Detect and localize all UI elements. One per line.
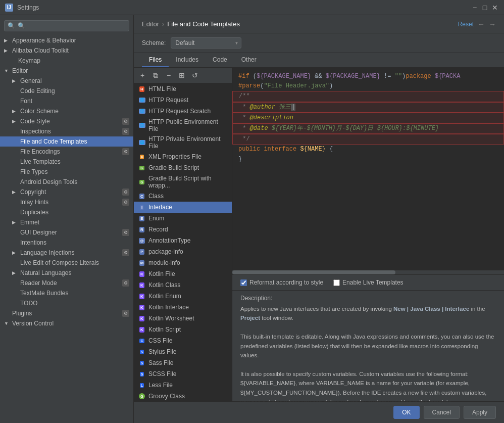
sidebar-item-natural-languages[interactable]: ▶ Natural Languages [0, 268, 133, 278]
sidebar-item-copyright[interactable]: ▶ Copyright ⚙ [0, 187, 133, 197]
minimize-button[interactable]: − [471, 4, 479, 12]
ok-button[interactable]: OK [393, 406, 419, 419]
sidebar-item-label: File Encodings [20, 148, 60, 155]
scheme-select[interactable]: Default Project [171, 37, 241, 49]
template-item-less[interactable]: L Less File [134, 380, 232, 391]
nav-back-button[interactable]: ← [478, 20, 485, 28]
live-templates-checkbox[interactable] [333, 279, 340, 286]
sidebar-item-plugins[interactable]: Plugins ⚙ [0, 308, 133, 318]
template-item-stylus[interactable]: S Stylus File [134, 346, 232, 357]
nav-forward-button[interactable]: → [489, 20, 496, 28]
maximize-button[interactable]: □ [481, 4, 489, 12]
sidebar-item-language-injections[interactable]: ▶ Language Injections ⚙ [0, 248, 133, 258]
sidebar-item-file-encodings[interactable]: File Encodings ⚙ [0, 147, 133, 157]
reset-button[interactable]: Reset [458, 21, 474, 28]
sidebar-item-label: Color Scheme [20, 108, 59, 115]
template-item-enum[interactable]: E Enum [134, 213, 232, 224]
sidebar-item-editor[interactable]: ▼ Editor [0, 66, 133, 76]
sidebar-item-inspections[interactable]: Inspections ⚙ [0, 126, 133, 136]
template-item-sass[interactable]: S Sass File [134, 357, 232, 368]
template-item-kotlin-enum[interactable]: K Kotlin Enum [134, 291, 232, 302]
template-item-gradle[interactable]: G Gradle Build Script [134, 162, 232, 173]
template-item-http-private[interactable]: 🌐 HTTP Private Environment File [134, 134, 232, 151]
template-item-gradle-wrapper[interactable]: G Gradle Build Script with wrapp... [134, 173, 232, 191]
sidebar-item-label: Intentions [20, 239, 46, 246]
sidebar-item-code-editing[interactable]: Code Editing [0, 86, 133, 96]
sidebar-item-general[interactable]: ▶ General [0, 76, 133, 86]
template-item-annotation[interactable]: @ AnnotationType [134, 235, 232, 246]
sidebar-item-file-templates[interactable]: File and Code Templates [0, 136, 133, 147]
bottom-bar: OK Cancel Apply [134, 401, 504, 423]
tab-files[interactable]: Files [142, 53, 169, 67]
sidebar-item-duplicates[interactable]: Duplicates [0, 207, 133, 217]
template-item-kotlin-worksheet[interactable]: K Kotlin Worksheet [134, 313, 232, 324]
tab-includes[interactable]: Includes [169, 53, 206, 67]
sidebar-item-keymap[interactable]: Keymap [0, 56, 133, 66]
scrollbar-thumb[interactable] [232, 270, 395, 274]
http-public-icon: 🌐 [138, 121, 146, 129]
sidebar-item-inlay-hints[interactable]: Inlay Hints ⚙ [0, 197, 133, 207]
reset-template-button[interactable]: ↺ [189, 70, 200, 81]
tab-code[interactable]: Code [206, 53, 234, 67]
template-item-xml-props[interactable]: X XML Properties File [134, 151, 232, 162]
sidebar-item-android-design[interactable]: Android Design Tools [0, 177, 133, 187]
sidebar-item-emmet[interactable]: ▶ Emmet [0, 217, 133, 227]
arrow-icon: ▶ [12, 220, 17, 225]
template-item-groovy-class[interactable]: G Groovy Class [134, 391, 232, 401]
template-item-html[interactable]: H HTML File [134, 83, 232, 95]
template-item-http-scratch[interactable]: 🌐 HTTP Request Scratch [134, 106, 232, 117]
sidebar-item-live-templates[interactable]: Live Templates [0, 157, 133, 167]
sidebar-item-todo[interactable]: TODO [0, 298, 133, 308]
sidebar-item-alibaba[interactable]: ▶ Alibaba Cloud Toolkit [0, 45, 133, 56]
template-item-http-request[interactable]: 🌐 HTTP Request [134, 95, 232, 106]
apply-button[interactable]: Apply [464, 406, 496, 419]
sidebar-item-code-style[interactable]: ▶ Code Style ⚙ [0, 116, 133, 126]
description-text: Applies to new Java interfaces that are … [240, 304, 496, 401]
template-item-http-public[interactable]: 🌐 HTTP Public Environment File [134, 117, 232, 134]
template-toolbar: + ⧉ − ⊞ ↺ [134, 68, 232, 83]
live-templates-checkbox-label[interactable]: Enable Live Templates [333, 279, 404, 286]
copy-template-button[interactable]: ⧉ [150, 70, 161, 81]
template-item-interface[interactable]: I Interface [134, 202, 232, 213]
reformat-checkbox-label[interactable]: Reformat according to style [240, 279, 323, 286]
sidebar-item-version-control[interactable]: ▼ Version Control [0, 318, 133, 328]
template-item-record[interactable]: R Record [134, 224, 232, 235]
sidebar-item-textmate[interactable]: TextMate Bundles [0, 288, 133, 298]
sidebar-item-live-edit[interactable]: Live Edit of Compose Literals [0, 258, 133, 268]
kotlin-worksheet-icon: K [138, 314, 146, 322]
template-item-kotlin-file[interactable]: K Kotlin File [134, 268, 232, 279]
template-item-module-info[interactable]: M module-info [134, 257, 232, 268]
sidebar-item-label: Inspections [20, 128, 51, 135]
template-item-kotlin-class[interactable]: K Kotlin Class [134, 279, 232, 291]
sass-icon: S [138, 359, 146, 367]
sidebar-item-label: File and Code Templates [20, 138, 87, 145]
sidebar-item-label: Font [20, 98, 32, 105]
code-editor[interactable]: #if (${PACKAGE_NAME} && ${PACKAGE_NAME} … [232, 68, 504, 270]
template-item-package-info[interactable]: P package-info [134, 246, 232, 257]
sidebar-item-file-types[interactable]: File Types [0, 167, 133, 177]
arrow-icon: ▼ [4, 68, 9, 73]
template-item-scss[interactable]: S SCSS File [134, 368, 232, 380]
panel-actions: Reset ← → [458, 20, 496, 28]
sidebar-item-appearance[interactable]: ▶ Appearance & Behavior [0, 35, 133, 45]
add-template-button[interactable]: + [137, 70, 148, 81]
remove-template-button[interactable]: − [163, 70, 174, 81]
search-input[interactable] [18, 22, 126, 29]
duplicate-template-button[interactable]: ⊞ [176, 70, 187, 81]
close-button[interactable]: ✕ [491, 4, 499, 12]
reformat-checkbox[interactable] [240, 279, 247, 286]
sidebar-item-gui-designer[interactable]: GUI Designer ⚙ [0, 227, 133, 238]
sidebar-item-reader-mode[interactable]: Reader Mode ⚙ [0, 278, 133, 288]
cancel-button[interactable]: Cancel [424, 406, 460, 419]
search-box[interactable]: 🔍 [4, 20, 129, 31]
sidebar-item-font[interactable]: Font [0, 96, 133, 106]
template-item-label: Stylus File [148, 348, 176, 355]
tab-other[interactable]: Other [234, 53, 264, 67]
template-item-kotlin-interface[interactable]: K Kotlin Interface [134, 302, 232, 313]
template-item-kotlin-script[interactable]: K Kotlin Script [134, 324, 232, 335]
template-item-css[interactable]: C CSS File [134, 335, 232, 346]
sidebar-item-intentions[interactable]: Intentions [0, 238, 133, 248]
horizontal-scrollbar[interactable] [232, 270, 504, 274]
sidebar-item-color-scheme[interactable]: ▶ Color Scheme [0, 106, 133, 116]
template-item-class[interactable]: C Class [134, 191, 232, 202]
